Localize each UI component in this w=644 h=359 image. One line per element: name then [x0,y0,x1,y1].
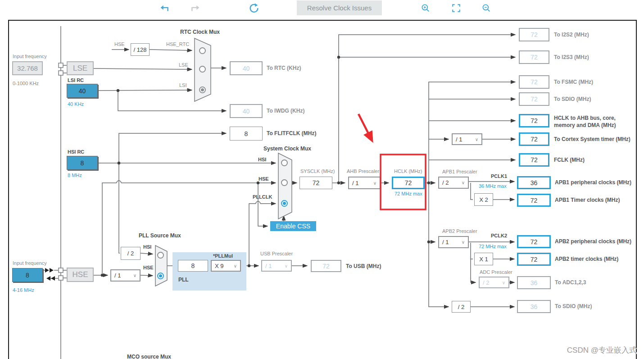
pllmul-label: *PLLMul [213,253,233,259]
to-usb-label: To USB (MHz) [346,263,381,269]
to-i2s3-value-box: 72 [519,50,549,64]
rtc-mux-title: RTC Clock Mux [180,29,220,35]
apb2-timer-label: APB2 timer clocks (MHz) [555,256,618,262]
to-i2s2-value-box: 72 [519,28,549,41]
lse-block[interactable]: LSE [67,61,94,75]
apb1-peripheral-label: APB1 peripheral clocks (MHz) [555,179,631,186]
hclk-value-box[interactable]: 72 [392,177,425,189]
pllmul-select[interactable]: X 9 ∨ [211,260,241,272]
cortex-prescaler-select[interactable]: / 1 ∨ [452,133,482,145]
lsi-frequency-label: 40 KHz [68,101,84,107]
undo-icon[interactable] [160,3,170,13]
apb2-max-label: 72 MHz max [479,244,507,249]
cortex-timer-value-box: 72 [519,132,549,146]
apb2-timer-multiplier: X 1 [474,253,493,265]
sdio-divider: / 2 [452,301,471,313]
resolve-clock-issues-button[interactable]: Resolve Clock Issues [297,0,382,15]
system-mux-radio-hsi[interactable] [281,159,288,166]
hse-prediv-value: / 1 [114,272,121,279]
reset-icon[interactable] [249,3,259,13]
redo-icon[interactable] [190,3,200,13]
hse-block[interactable]: HSE [67,268,94,282]
ahb-prescaler-select[interactable]: / 1 ∨ [348,177,381,189]
pll-mux-title: PLL Source Mux [139,232,181,239]
apb1-peripheral-value-box: 36 [517,176,551,189]
system-mux-title: System Clock Mux [263,145,311,152]
to-flitfclk-label: To FLITFCLK (MHz) [267,130,316,136]
to-rtc-value-box: 40 [230,61,263,75]
rtc-mux-radio-lse[interactable] [199,66,206,73]
ahb-prescaler-label: AHB Prescaler [347,168,379,174]
chevron-down-icon: ∨ [285,264,288,268]
zoom-in-icon[interactable] [421,4,431,14]
hsi-label: HSI RC [68,149,84,155]
apb1-timer-label: APB1 Timer clocks (MHz) [555,197,620,203]
hclk-ahb-label-line1: HCLK to AHB bus, core, [554,115,616,121]
chevron-down-icon: ∨ [373,181,376,186]
apb1-prescaler-select[interactable]: / 2 ∨ [438,177,469,189]
usb-prescaler-label: USB Prescaler [260,251,293,256]
apb2-timer-value-box: 72 [517,253,551,266]
sysmux-hsi-label: HSI [258,157,266,162]
to-i2s2-label: To I2S2 (MHz) [554,32,589,38]
hse-rtc-divider: / 128 [131,43,150,56]
to-sdio-ahb-label: To SDIO (MHz) [554,96,591,102]
zoom-out-icon[interactable] [482,4,492,14]
to-i2s3-label: To I2S3 (MHz) [554,54,589,60]
adc-prescaler-label: ADC Prescaler [480,269,512,275]
mco-mux-title: MCO source Mux [127,354,171,359]
apb2-prescaler-value: / 1 [442,239,449,245]
chevron-down-icon: ∨ [234,264,237,268]
hclk-ahb-label-line2: memory and DMA (MHz) [554,122,616,128]
ahb-prescaler-value: / 1 [352,180,358,186]
to-sdio-label: To SDIO (MHz) [555,303,592,309]
sysclk-value-box: 72 [299,177,332,189]
rtc-hse-label: HSE [114,41,125,47]
pll-mux-radio-hsi[interactable] [157,252,164,259]
to-iwdg-value-box: 40 [230,104,263,118]
fit-to-screen-icon[interactable] [452,4,462,14]
to-adc-label: To ADC1,2,3 [555,279,586,286]
cortex-prescaler-value: / 1 [456,136,462,143]
to-fsmc-value-box: 72 [519,75,549,89]
to-fsmc-label: To FSMC (MHz) [554,79,593,85]
pll-name-label: PLL [178,277,189,283]
pclk2-label: PCLK2 [491,233,507,238]
rtc-lse-label: LSE [179,62,188,68]
rtc-mux-radio-hse[interactable] [199,47,206,54]
watermark-text: CSDN @专业嵌入式 [567,345,637,355]
sysmux-pllclk-label: PLLCLK [253,194,272,200]
hse-range-label: 4-16 MHz [13,287,34,293]
cortex-timer-label: To Cortex System timer (MHz) [554,136,630,142]
rtc-mux-radio-lsi[interactable] [199,86,206,93]
pll-mux-radio-hse[interactable] [157,273,164,279]
apb1-prescaler-value: / 2 [442,179,449,186]
apb1-timer-value-box: 72 [517,194,551,207]
apb2-prescaler-select[interactable]: / 1 ∨ [438,236,469,248]
apb1-timer-multiplier: X 2 [474,193,493,206]
system-mux-radio-pllclk[interactable] [281,200,288,207]
sysclk-label: SYSCLK (MHz) [300,168,335,174]
apb2-prescaler-label: APB2 Prescaler [442,228,477,234]
to-sdio-ahb-value-box: 72 [519,92,549,106]
sysmux-hse-label: HSE [259,176,269,182]
to-usb-value-box: 72 [311,260,341,272]
to-flitfclk-value-box[interactable]: 8 [230,127,263,141]
hse-input-frequency-field[interactable]: 8 [12,268,43,282]
lsi-value-box: 40 [67,84,98,98]
system-mux-radio-hse[interactable] [281,179,288,186]
apb1-prescaler-label: APB1 Prescaler [442,169,477,174]
fclk-value-box: 72 [519,153,549,167]
hclk-ahb-value-box: 72 [519,114,549,127]
lse-input-frequency-label: Input frequency [13,54,47,59]
adc-prescaler-value: / 2 [483,279,489,286]
apb2-peripheral-value-box: 72 [517,235,551,248]
hse-prediv-select[interactable]: / 1 ∨ [110,269,141,282]
hclk-max-label: 72 MHz max [395,191,422,196]
to-sdio-value-box: 36 [517,300,551,313]
enable-css-button[interactable]: Enable CSS [270,221,316,231]
apb1-max-label: 36 MHz max [479,183,507,189]
pll-hsi-divider: / 2 [121,247,141,260]
to-adc-value-box: 36 [517,276,551,289]
pllmul-value: X 9 [215,263,224,269]
